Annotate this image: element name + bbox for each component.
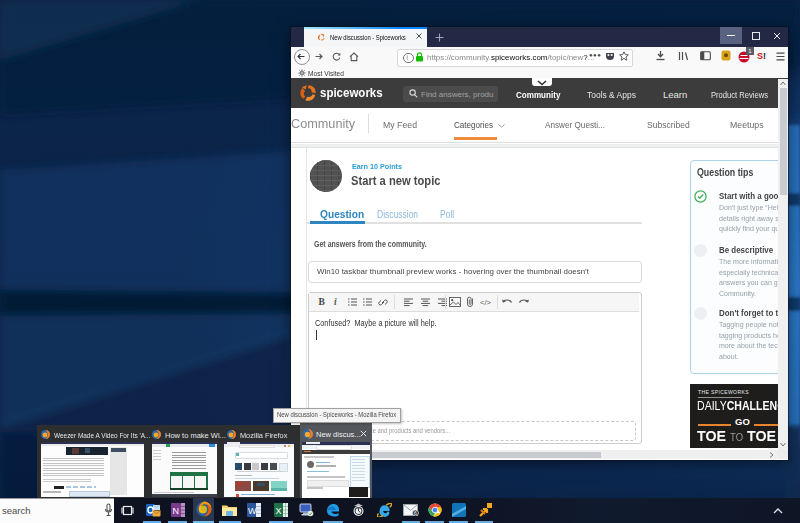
svg-text:N: N <box>173 506 180 516</box>
svg-text:6: 6 <box>414 510 417 516</box>
svg-text:W: W <box>248 506 257 516</box>
svg-text:X: X <box>276 506 282 516</box>
